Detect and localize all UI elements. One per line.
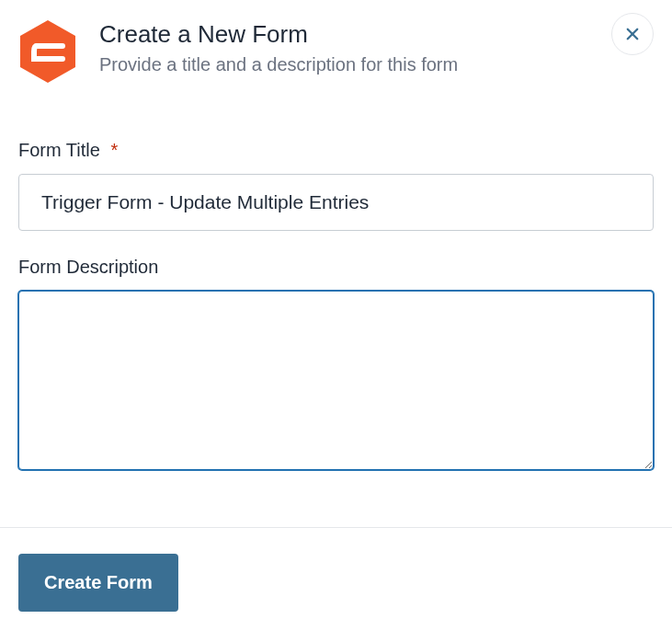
form-body: Form Title * Form Description bbox=[0, 103, 672, 527]
form-description-label: Form Description bbox=[18, 257, 654, 278]
modal-title: Create a New Form bbox=[99, 20, 654, 49]
modal-subtitle: Provide a title and a description for th… bbox=[99, 54, 654, 75]
svg-marker-0 bbox=[20, 20, 75, 83]
modal-header: Create a New Form Provide a title and a … bbox=[0, 0, 672, 103]
form-title-group: Form Title * bbox=[18, 140, 654, 231]
header-text-block: Create a New Form Provide a title and a … bbox=[99, 13, 654, 75]
gravity-forms-logo bbox=[18, 18, 77, 85]
create-form-button[interactable]: Create Form bbox=[18, 554, 178, 612]
form-title-label: Form Title * bbox=[18, 140, 654, 161]
form-title-input[interactable] bbox=[18, 174, 654, 231]
form-description-textarea[interactable] bbox=[18, 291, 654, 470]
create-form-modal: Create a New Form Provide a title and a … bbox=[0, 0, 672, 642]
modal-footer: Create Form bbox=[0, 527, 672, 637]
close-button[interactable] bbox=[611, 13, 654, 55]
required-indicator: * bbox=[110, 140, 118, 160]
form-title-label-text: Form Title bbox=[18, 140, 100, 160]
close-icon bbox=[624, 26, 641, 42]
form-description-group: Form Description bbox=[18, 257, 654, 474]
